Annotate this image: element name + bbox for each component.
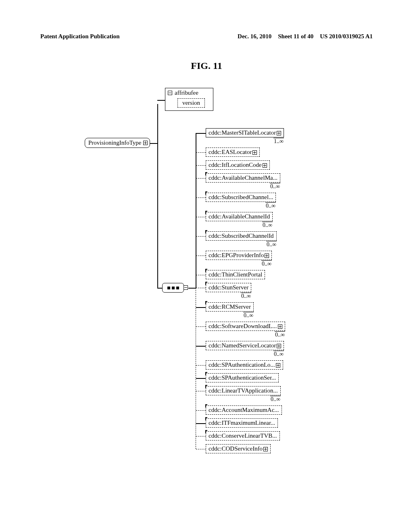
corner-mark-icon bbox=[205, 269, 208, 272]
figure-title: FIG. 11 bbox=[191, 60, 222, 71]
cardinality-label: 0..∞ bbox=[270, 396, 281, 403]
schema-element-node: cddc:RCMServer bbox=[206, 302, 254, 312]
schema-element-node: cddc:SPAuthenticationLo... bbox=[206, 360, 283, 370]
collapse-icon bbox=[168, 91, 172, 95]
schema-element-label: cddc:SubscribedChannelId bbox=[209, 233, 274, 239]
connector-line bbox=[196, 436, 206, 437]
connector-line bbox=[196, 152, 206, 153]
attribute-version: version bbox=[177, 98, 205, 108]
cardinality-label: 0..∞ bbox=[265, 202, 276, 209]
connector-line bbox=[196, 391, 206, 392]
corner-mark-icon bbox=[205, 430, 208, 434]
sequence-dots-icon bbox=[167, 287, 179, 289]
cardinality-label: 0..∞ bbox=[241, 293, 251, 299]
cardinality-label: 0..∞ bbox=[243, 312, 254, 319]
schema-element-node: cddc:EASLocator bbox=[206, 148, 260, 157]
schema-element-node: cddc:SoftwareDownloadL... bbox=[206, 322, 285, 331]
schema-element-label: cddc:ITFmaximumLinear... bbox=[209, 420, 275, 426]
schema-element-node: cddc:ConserveLinearTVB... bbox=[206, 431, 280, 441]
expand-icon bbox=[265, 254, 269, 258]
expand-icon bbox=[143, 141, 148, 145]
connector-line bbox=[196, 346, 206, 347]
schema-element-label: cddc:AvailableChannelId bbox=[209, 213, 270, 220]
corner-mark-icon bbox=[205, 372, 208, 376]
expand-icon bbox=[277, 131, 281, 135]
corner-mark-icon bbox=[205, 404, 208, 408]
schema-element-node: cddc:LinearTVApplication... bbox=[206, 386, 281, 395]
schema-element-label: cddc:EASLocator bbox=[209, 149, 252, 155]
connector-line bbox=[196, 275, 206, 276]
schema-element-node: cddc:AvailableChannelMa... bbox=[206, 173, 280, 183]
schema-element-label: cddc:MasterSITableLocator bbox=[209, 129, 276, 136]
connector-line bbox=[196, 365, 206, 366]
connector-line bbox=[196, 326, 206, 327]
connector-line bbox=[196, 197, 206, 198]
header-sheet: Sheet 11 of 40 bbox=[278, 33, 313, 40]
connector-line bbox=[196, 410, 206, 411]
cardinality-label: 0..∞ bbox=[270, 183, 280, 190]
connector-line bbox=[196, 307, 206, 308]
connector-line bbox=[196, 449, 206, 450]
header-pubnum: US 2010/0319025 A1 bbox=[320, 33, 373, 40]
schema-element-node: cddc:CODServiceInfo bbox=[206, 444, 271, 453]
cardinality-label: 0..∞ bbox=[261, 260, 272, 267]
cardinality-label: 0..∞ bbox=[275, 331, 285, 338]
schema-element-node: cddc:SubscribedChannel... bbox=[206, 193, 276, 202]
corner-mark-icon bbox=[205, 385, 208, 389]
root-label: ProvisioningInfoType bbox=[88, 139, 141, 146]
attribute-header: affribufee bbox=[165, 88, 213, 98]
header-date: Dec. 16, 2010 bbox=[238, 33, 271, 40]
connector-line bbox=[196, 256, 206, 256]
corner-mark-icon bbox=[205, 230, 208, 234]
corner-mark-icon bbox=[205, 282, 208, 285]
schema-element-node: cddc:ThinClientPortal bbox=[206, 270, 265, 279]
schema-element-node: cddc:ITFmaximumLinear... bbox=[206, 418, 278, 428]
schema-element-label: cddc:AvailableChannelMa... bbox=[209, 175, 277, 181]
schema-element-label: cddc:ThinClientPortal bbox=[209, 271, 262, 278]
expand-icon bbox=[252, 150, 257, 155]
header-left: Patent Application Publication bbox=[40, 33, 120, 40]
corner-mark-icon bbox=[205, 417, 208, 421]
connector-line bbox=[196, 217, 206, 218]
schema-element-label: cddc:AccountMaximumAc... bbox=[209, 407, 279, 413]
schema-element-label: cddc:StunServer bbox=[209, 284, 248, 291]
schema-element-label: cddc:CODServiceInfo bbox=[209, 445, 263, 452]
schema-element-label: cddc:SPAuthenticationSer... bbox=[209, 374, 276, 381]
schema-element-node: cddc:SubscribedChannelId bbox=[206, 231, 277, 241]
connector-line bbox=[188, 288, 196, 289]
connector-line bbox=[150, 143, 158, 144]
cardinality-label: 0..∞ bbox=[273, 351, 284, 357]
attribute-box: affribufee version bbox=[165, 88, 213, 111]
collapse-icon bbox=[184, 285, 188, 290]
connector-line bbox=[196, 378, 206, 379]
schema-element-node: cddc:AccountMaximumAc... bbox=[206, 405, 282, 415]
connector-line bbox=[196, 236, 206, 237]
connector-line bbox=[196, 133, 206, 134]
connector-line bbox=[157, 100, 165, 101]
expand-icon bbox=[263, 447, 268, 451]
schema-element-node: cddc:EPGProviderInfo bbox=[206, 251, 272, 260]
header: Patent Application Publication Dec. 16, … bbox=[0, 33, 413, 40]
corner-mark-icon bbox=[205, 211, 208, 214]
schema-element-label: cddc:ItfLocationCode bbox=[209, 162, 262, 168]
schema-element-label: cddc:EPGProviderInfo bbox=[209, 252, 264, 258]
corner-mark-icon bbox=[205, 301, 208, 305]
connector-line bbox=[196, 178, 206, 179]
cardinality-label: 1..∞ bbox=[273, 138, 284, 145]
corner-mark-icon bbox=[205, 191, 208, 195]
schema-element-label: cddc:SoftwareDownloadL... bbox=[209, 323, 277, 329]
connector-line bbox=[196, 288, 206, 289]
expand-icon bbox=[277, 344, 281, 348]
connector-line bbox=[196, 133, 196, 288]
schema-element-node: cddc:StunServer bbox=[206, 283, 251, 292]
schema-element-label: cddc:ConserveLinearTVB... bbox=[209, 432, 277, 439]
schema-element-label: cddc:SubscribedChannel... bbox=[209, 194, 273, 200]
schema-element-label: cddc:LinearTVApplication... bbox=[209, 387, 278, 394]
expand-icon bbox=[276, 363, 280, 368]
connector-line bbox=[196, 423, 206, 424]
schema-element-label: cddc:NamedServiceLocator bbox=[209, 342, 276, 349]
connector-line bbox=[157, 104, 158, 288]
attribute-header-label: affribufee bbox=[175, 89, 198, 96]
schema-element-label: cddc:RCMServer bbox=[209, 303, 251, 310]
cardinality-label: 0..∞ bbox=[262, 222, 273, 229]
